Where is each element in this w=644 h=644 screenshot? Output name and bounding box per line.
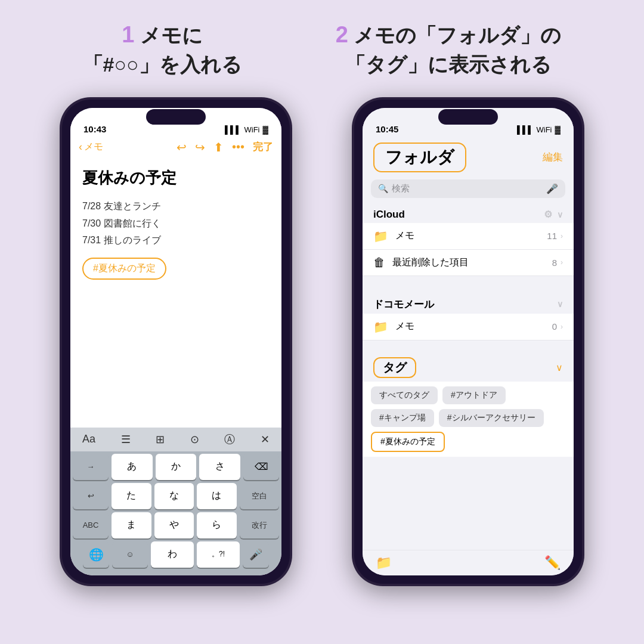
kb-space-key[interactable]: 空白: [240, 483, 280, 509]
edit-button[interactable]: 編集: [543, 150, 563, 164]
kb-undo-key[interactable]: ↩: [73, 483, 109, 509]
search-bar[interactable]: 🔍 検索 🎤: [371, 179, 565, 198]
signal-icon-2: ▌▌▌: [517, 125, 534, 134]
icloud-section-header: iCloud ⚙ ∨: [363, 202, 574, 223]
docomo-label: ドコモメール: [373, 298, 434, 311]
tag-summer-highlighted[interactable]: #夏休みの予定: [371, 432, 445, 452]
back-button[interactable]: ‹ メモ: [79, 141, 103, 153]
kb-mic-key[interactable]: 🎤: [243, 541, 269, 568]
status-icons-1: ▌▌▌ WiFi ▓: [225, 125, 268, 134]
phones-container: 10:43 ▌▌▌ WiFi ▓ ‹ メモ ↩ ↪: [0, 97, 644, 586]
time-1: 10:43: [83, 124, 106, 134]
phone1-inner: 10:43 ▌▌▌ WiFi ▓ ‹ メモ ↩ ↪: [62, 100, 290, 584]
tag-all[interactable]: すべてのタグ: [371, 386, 438, 404]
search-placeholder: 検索: [392, 183, 543, 194]
kb-row-1: → あ か さ ⌫: [73, 454, 279, 480]
memo-count: 11: [547, 231, 557, 241]
docomo-chevron-icon[interactable]: ∨: [557, 299, 563, 309]
step1-number: 1: [122, 22, 134, 47]
back-label: メモ: [84, 141, 103, 153]
trash-icon: 🗑: [373, 256, 385, 270]
compose-icon[interactable]: ✏️: [544, 555, 561, 571]
kb-a-key[interactable]: あ: [112, 454, 153, 480]
step2-line1: メモの「フォルダ」の: [354, 24, 561, 47]
kb-arrow-key[interactable]: →: [73, 454, 109, 480]
kb-delete-key[interactable]: ⌫: [243, 454, 279, 480]
kb-punct-key[interactable]: 。?!: [197, 541, 240, 568]
phone2-screen: 10:45 ▌▌▌ WiFi ▓ フォルダ 編集 🔍 検索 🎤: [363, 108, 574, 575]
folder-title: フォルダ: [373, 143, 466, 172]
note-title: 夏休みの予定: [82, 168, 270, 188]
kb-abc-key[interactable]: ABC: [73, 512, 109, 538]
camera-icon[interactable]: ⊙: [190, 433, 199, 446]
kb-row-4: 🌐 ☺ わ 。?! 🎤: [73, 541, 279, 568]
step1-text: 1 メモに 「#○○」を入れる: [83, 19, 242, 79]
note-line-2: 7/30 図書館に行く: [82, 215, 270, 233]
kb-ka-key[interactable]: か: [156, 454, 197, 480]
deleted-folder-item[interactable]: 🗑 最近削除した項目 8 ›: [363, 250, 574, 276]
note-content[interactable]: 夏休みの予定 7/28 友達とランチ 7/30 図書館に行く 7/31 推しのラ…: [70, 158, 281, 428]
deleted-folder-name: 最近削除した項目: [392, 256, 552, 269]
redo-icon[interactable]: ↪: [195, 140, 205, 154]
kb-ha-key[interactable]: は: [197, 483, 237, 509]
folder-header: フォルダ 編集: [363, 138, 574, 176]
gear-icon[interactable]: ⚙: [544, 209, 552, 220]
kb-enter-key[interactable]: 改行: [240, 512, 280, 538]
done-button[interactable]: 完了: [253, 140, 273, 154]
tags-section-header: タグ ∨: [363, 355, 574, 382]
kb-ya-key[interactable]: や: [154, 512, 194, 538]
kb-emoji-key[interactable]: ☺: [112, 541, 148, 568]
back-chevron-icon: ‹: [79, 141, 82, 153]
list-format-icon[interactable]: ☰: [121, 433, 131, 446]
folder-list: iCloud ⚙ ∨ 📁 メモ 11 › 🗑 最近削: [363, 202, 574, 550]
deleted-count: 8: [552, 258, 557, 268]
more-icon[interactable]: •••: [232, 140, 244, 154]
kb-globe-key[interactable]: 🌐: [83, 541, 109, 568]
icloud-chevron-icon[interactable]: ∨: [557, 210, 563, 219]
step2-number: 2: [336, 22, 348, 47]
dynamic-island-2: [438, 109, 498, 125]
kb-na-key[interactable]: な: [154, 483, 194, 509]
nav-actions: ↩ ↪ ⬆ ••• 完了: [177, 140, 273, 154]
table-icon[interactable]: ⊞: [156, 433, 165, 446]
icloud-label: iCloud: [373, 209, 405, 221]
format-aa-icon[interactable]: Aa: [82, 433, 95, 445]
kb-ta-key[interactable]: た: [112, 483, 151, 509]
tags-title: タグ: [373, 357, 416, 378]
kb-ra-key[interactable]: ら: [197, 512, 237, 538]
keyboard-toolbar: Aa ☰ ⊞ ⊙ Ⓐ ✕: [70, 428, 281, 451]
tag-outdoor[interactable]: #アウトドア: [442, 386, 506, 404]
kb-ma-key[interactable]: ま: [112, 512, 151, 538]
share-icon[interactable]: ⬆: [213, 140, 224, 154]
docomo-memo-count: 0: [552, 321, 557, 332]
kb-row-2: ↩ た な は 空白: [73, 483, 279, 509]
kb-wa-key[interactable]: わ: [151, 541, 194, 568]
at-icon[interactable]: Ⓐ: [224, 432, 235, 447]
folder-icon: 📁: [373, 229, 388, 243]
step2-text: 2 メモの「フォルダ」の 「タグ」に表示される: [336, 19, 562, 79]
note-body: 7/28 友達とランチ 7/30 図書館に行く 7/31 推しのライブ: [82, 198, 270, 249]
search-icon: 🔍: [378, 184, 388, 193]
undo-icon[interactable]: ↩: [177, 140, 187, 154]
docomo-folder-icon: 📁: [373, 320, 388, 334]
tag-camp[interactable]: #キャンプ場: [371, 409, 434, 427]
docomo-section-header: ドコモメール ∨: [363, 290, 574, 314]
docomo-memo-name: メモ: [395, 320, 552, 333]
instructions-header: 1 メモに 「#○○」を入れる 2 メモの「フォルダ」の 「タグ」に表示される: [0, 0, 644, 91]
dynamic-island-1: [146, 109, 206, 125]
step1-block: 1 メモに 「#○○」を入れる: [83, 19, 242, 79]
docomo-memo-item[interactable]: 📁 メモ 0 ›: [363, 314, 574, 340]
new-folder-icon[interactable]: 📁: [376, 555, 392, 571]
step2-line2: 「タグ」に表示される: [345, 53, 552, 76]
memo-folder-item[interactable]: 📁 メモ 11 ›: [363, 223, 574, 250]
note-tag-highlighted: #夏休みの予定: [82, 258, 166, 280]
close-keyboard-icon[interactable]: ✕: [261, 433, 270, 446]
memo-folder-name: メモ: [395, 230, 547, 242]
time-2: 10:45: [376, 124, 398, 134]
tags-chevron-icon[interactable]: ∨: [556, 362, 563, 373]
tag-silver[interactable]: #シルバーアクセサリー: [439, 409, 544, 427]
tags-grid: すべてのタグ #アウトドア #キャンプ場 #シルバーアクセサリー #夏休みの予定: [363, 382, 574, 457]
phone1: 10:43 ▌▌▌ WiFi ▓ ‹ メモ ↩ ↪: [60, 97, 292, 586]
kb-sa-key[interactable]: さ: [199, 454, 240, 480]
signal-icon: ▌▌▌: [225, 125, 242, 134]
